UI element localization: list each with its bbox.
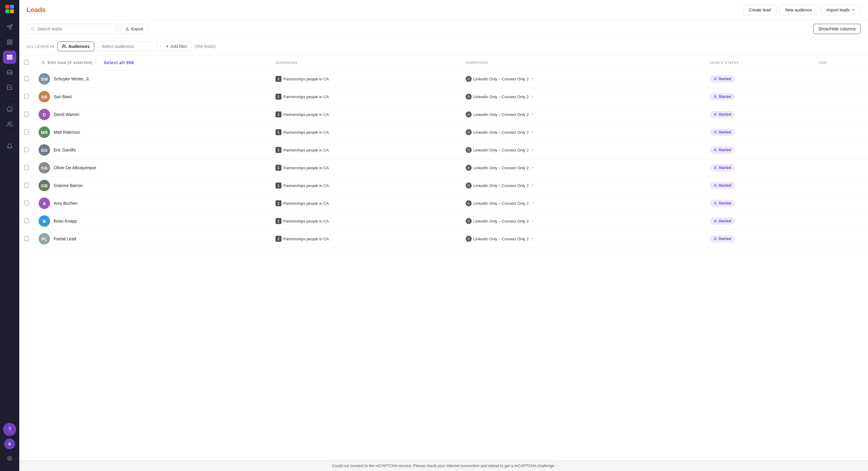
campaign-name: LinkedIn Only – Connect Only 2: [473, 130, 529, 135]
audience-cell: 1 Partnerships people in CA: [271, 106, 461, 124]
search-box[interactable]: [27, 24, 117, 34]
row-checkbox[interactable]: [24, 94, 29, 99]
svg-line-15: [34, 30, 34, 30]
chevron-down-icon: [851, 8, 855, 12]
external-link-icon: ↗: [531, 184, 534, 188]
status-badge: Started: [710, 93, 735, 100]
svg-point-34: [468, 150, 469, 150]
row-checkbox-cell: [19, 106, 34, 124]
status-cell: Started: [705, 88, 813, 106]
status-badge: Started: [710, 111, 735, 118]
sidebar-help[interactable]: ?: [3, 423, 16, 436]
row-checkbox[interactable]: [24, 183, 29, 188]
app-logo[interactable]: [4, 4, 15, 14]
add-filter-button[interactable]: Add filter: [161, 41, 192, 51]
audience-cell: 1 Partnerships people in CA: [271, 177, 461, 195]
table-row: D David Warren 1 Partnerships people in …: [19, 106, 868, 124]
sidebar-bottom: ? A: [3, 423, 16, 467]
sidebar-avatar[interactable]: A: [4, 438, 15, 449]
sidebar-item-notifications[interactable]: [3, 140, 16, 153]
edit-lead-button[interactable]: Edit lead (0 selected): [38, 59, 100, 66]
row-checkbox[interactable]: [24, 201, 29, 205]
select-all-checkbox[interactable]: [24, 60, 29, 65]
campaign-icon: [466, 182, 472, 189]
search-input[interactable]: [37, 27, 113, 31]
import-leads-button[interactable]: Import leads: [821, 5, 861, 15]
audience-count: 1: [276, 165, 281, 171]
sidebar-nav: [0, 21, 19, 423]
audience-count: 1: [276, 111, 281, 117]
create-lead-button[interactable]: Create lead: [743, 5, 776, 15]
sidebar-item-chart[interactable]: [3, 36, 16, 49]
th-audiences: AUDIENCES: [271, 55, 461, 70]
lead-name-cell: EG Eric Gandhi: [34, 141, 271, 159]
filter-bar: ALL LEADS IN Audiences Add filter (956 l…: [19, 38, 868, 55]
select-all-link[interactable]: Select all 956: [104, 60, 134, 65]
svg-point-44: [715, 202, 716, 203]
status-badge: Started: [710, 235, 735, 242]
campaign-cell: LinkedIn Only – Connect Only 2 ↗: [461, 159, 705, 177]
row-checkbox[interactable]: [24, 130, 29, 134]
status-label: Started: [718, 237, 731, 241]
audiences-filter-button[interactable]: Audiences: [57, 41, 94, 51]
campaign-badge: LinkedIn Only – Connect Only 2 ↗: [466, 236, 701, 242]
row-checkbox-cell: [19, 124, 34, 141]
audience-badge: 1 Partnerships people in CA: [276, 236, 456, 242]
svg-point-31: [468, 132, 469, 133]
svg-rect-7: [7, 57, 12, 58]
row-checkbox[interactable]: [24, 236, 29, 241]
campaign-cell: LinkedIn Only – Connect Only 2 ↗: [461, 141, 705, 159]
audience-name: Partnerships people in CA: [283, 201, 329, 206]
select-audiences-input[interactable]: [97, 41, 158, 51]
sidebar-item-send[interactable]: [3, 21, 16, 34]
sidebar-item-tasks[interactable]: [3, 81, 16, 94]
audience-cell: 1 Partnerships people in CA: [271, 195, 461, 212]
status-label: Started: [718, 130, 731, 134]
audience-badge: 1 Partnerships people in CA: [276, 147, 456, 153]
status-label: Started: [718, 112, 731, 116]
lead-avatar: MR: [38, 127, 50, 138]
audience-count: 1: [276, 129, 281, 135]
row-checkbox[interactable]: [24, 165, 29, 170]
campaign-name: LinkedIn Only – Connect Only 2: [473, 112, 529, 117]
campaign-badge: LinkedIn Only – Connect Only 2 ↗: [466, 200, 701, 206]
row-checkbox[interactable]: [24, 218, 29, 223]
campaign-badge: LinkedIn Only – Connect Only 2 ↗: [466, 76, 701, 82]
lead-name-cell: MR Matt Ridenour: [34, 124, 271, 141]
audience-name: Partnerships people in CA: [283, 219, 329, 224]
sidebar-item-people[interactable]: [3, 118, 16, 131]
sidebar-item-inbox[interactable]: [3, 66, 16, 79]
status-label: Started: [718, 166, 731, 170]
svg-point-12: [8, 122, 10, 124]
connect-cell: [814, 177, 868, 195]
show-hide-columns-button[interactable]: Show/Hide columns: [813, 24, 861, 34]
new-audience-button[interactable]: New audience: [779, 5, 818, 15]
audience-cell: 1 Partnerships people in CA: [271, 88, 461, 106]
lead-avatar: D: [38, 109, 50, 120]
campaign-name: LinkedIn Only – Connect Only 2: [473, 77, 529, 81]
row-checkbox[interactable]: [24, 147, 29, 152]
campaign-icon: [466, 236, 472, 242]
row-checkbox[interactable]: [24, 112, 29, 116]
external-link-icon: ↗: [531, 201, 534, 205]
table-row: B Brian Knapp 1 Partnerships people in C…: [19, 212, 868, 230]
status-cell: Started: [705, 177, 813, 195]
lead-name: Eric Gandhi: [54, 147, 76, 153]
person-icon: [713, 77, 717, 81]
sidebar-item-leads[interactable]: [3, 51, 16, 64]
sidebar-divider-1: [5, 98, 14, 99]
sidebar-item-ai[interactable]: [3, 103, 16, 116]
lead-avatar: OA: [38, 162, 50, 173]
campaign-cell: LinkedIn Only – Connect Only 2 ↗: [461, 88, 705, 106]
help-label: ?: [8, 427, 11, 433]
export-button[interactable]: Export: [120, 24, 148, 34]
status-badge: Started: [710, 146, 735, 154]
lead-avatar: GB: [38, 180, 50, 191]
svg-point-23: [715, 78, 716, 79]
lead-cell: PL Partial Lead: [38, 233, 266, 244]
external-link-icon: ↗: [531, 237, 534, 241]
row-checkbox[interactable]: [24, 76, 29, 81]
svg-point-25: [468, 96, 469, 97]
svg-point-49: [468, 238, 469, 239]
sidebar-settings[interactable]: [3, 452, 16, 465]
